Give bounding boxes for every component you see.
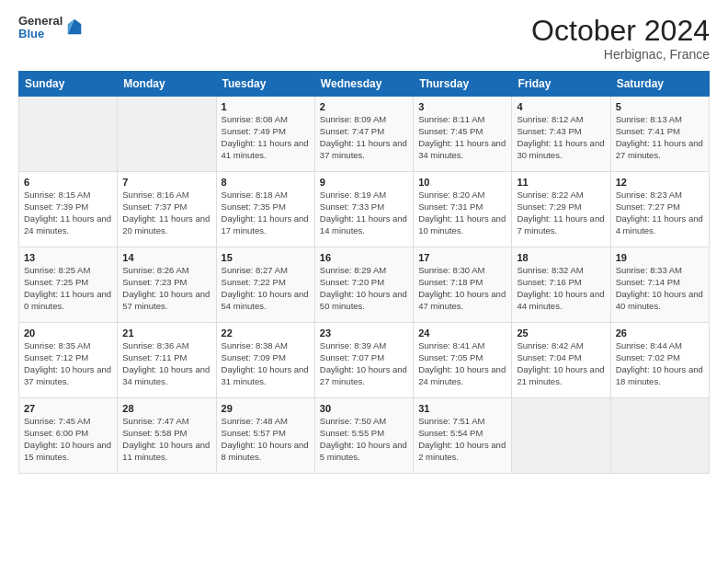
day-detail: Sunrise: 8:36 AMSunset: 7:11 PMDaylight:… bbox=[122, 340, 210, 387]
day-number: 29 bbox=[222, 403, 310, 414]
day-detail: Sunrise: 8:29 AMSunset: 7:20 PMDaylight:… bbox=[320, 265, 408, 312]
day-detail: Sunrise: 7:47 AMSunset: 5:58 PMDaylight:… bbox=[122, 416, 210, 463]
day-cell: 21Sunrise: 8:36 AMSunset: 7:11 PMDayligh… bbox=[118, 323, 216, 398]
day-detail: Sunrise: 8:08 AMSunset: 7:49 PMDaylight:… bbox=[222, 114, 310, 161]
col-header-friday: Friday bbox=[512, 72, 610, 97]
day-cell: 26Sunrise: 8:44 AMSunset: 7:02 PMDayligh… bbox=[610, 323, 709, 398]
day-detail: Sunrise: 8:22 AMSunset: 7:29 PMDaylight:… bbox=[517, 190, 605, 236]
day-detail: Sunrise: 8:09 AMSunset: 7:47 PMDaylight:… bbox=[320, 114, 408, 161]
day-cell: 6Sunrise: 8:15 AMSunset: 7:39 PMDaylight… bbox=[19, 172, 118, 247]
week-row-5: 27Sunrise: 7:45 AMSunset: 6:00 PMDayligh… bbox=[19, 398, 710, 474]
day-number: 25 bbox=[517, 327, 605, 339]
week-row-4: 20Sunrise: 8:35 AMSunset: 7:12 PMDayligh… bbox=[19, 323, 710, 398]
day-cell: 31Sunrise: 7:51 AMSunset: 5:54 PMDayligh… bbox=[414, 398, 512, 474]
day-cell: 27Sunrise: 7:45 AMSunset: 6:00 PMDayligh… bbox=[19, 398, 118, 474]
title-block: October 2024 Herbignac, France bbox=[531, 15, 710, 62]
day-detail: Sunrise: 8:15 AMSunset: 7:39 PMDaylight:… bbox=[24, 190, 112, 236]
header-row: SundayMondayTuesdayWednesdayThursdayFrid… bbox=[19, 72, 710, 97]
location: Herbignac, France bbox=[531, 47, 710, 62]
day-number: 24 bbox=[418, 327, 506, 339]
day-number: 4 bbox=[517, 101, 605, 112]
day-cell: 13Sunrise: 8:25 AMSunset: 7:25 PMDayligh… bbox=[19, 247, 118, 323]
week-row-3: 13Sunrise: 8:25 AMSunset: 7:25 PMDayligh… bbox=[19, 247, 710, 323]
day-detail: Sunrise: 8:39 AMSunset: 7:07 PMDaylight:… bbox=[320, 340, 408, 387]
day-cell: 2Sunrise: 8:09 AMSunset: 7:47 PMDaylight… bbox=[314, 97, 413, 172]
logo-blue: Blue bbox=[18, 28, 63, 40]
day-number: 14 bbox=[122, 252, 210, 263]
calendar-table: SundayMondayTuesdayWednesdayThursdayFrid… bbox=[18, 71, 710, 474]
day-number: 2 bbox=[320, 101, 408, 112]
day-cell: 20Sunrise: 8:35 AMSunset: 7:12 PMDayligh… bbox=[19, 323, 118, 398]
day-detail: Sunrise: 7:51 AMSunset: 5:54 PMDaylight:… bbox=[418, 416, 506, 463]
day-number: 23 bbox=[320, 327, 408, 339]
day-number: 17 bbox=[418, 252, 506, 263]
header: General Blue October 2024 Herbignac, Fra… bbox=[18, 15, 710, 62]
day-detail: Sunrise: 8:44 AMSunset: 7:02 PMDaylight:… bbox=[616, 340, 704, 387]
day-cell: 29Sunrise: 7:48 AMSunset: 5:57 PMDayligh… bbox=[216, 398, 314, 474]
day-detail: Sunrise: 7:45 AMSunset: 6:00 PMDaylight:… bbox=[24, 416, 112, 463]
day-detail: Sunrise: 8:41 AMSunset: 7:05 PMDaylight:… bbox=[418, 340, 506, 387]
day-detail: Sunrise: 8:11 AMSunset: 7:45 PMDaylight:… bbox=[418, 114, 506, 161]
day-cell: 1Sunrise: 8:08 AMSunset: 7:49 PMDaylight… bbox=[216, 97, 314, 172]
day-number: 15 bbox=[222, 252, 310, 263]
day-number: 18 bbox=[517, 252, 605, 263]
day-detail: Sunrise: 7:50 AMSunset: 5:55 PMDaylight:… bbox=[320, 416, 408, 463]
day-cell: 28Sunrise: 7:47 AMSunset: 5:58 PMDayligh… bbox=[118, 398, 216, 474]
day-cell: 19Sunrise: 8:33 AMSunset: 7:14 PMDayligh… bbox=[610, 247, 709, 323]
day-detail: Sunrise: 8:30 AMSunset: 7:18 PMDaylight:… bbox=[418, 265, 506, 312]
day-number: 13 bbox=[24, 252, 112, 263]
day-number: 5 bbox=[616, 101, 704, 112]
day-number: 28 bbox=[122, 403, 210, 414]
day-number: 30 bbox=[320, 403, 408, 414]
day-detail: Sunrise: 8:33 AMSunset: 7:14 PMDaylight:… bbox=[616, 265, 704, 312]
day-cell: 11Sunrise: 8:22 AMSunset: 7:29 PMDayligh… bbox=[512, 172, 610, 247]
day-detail: Sunrise: 8:12 AMSunset: 7:43 PMDaylight:… bbox=[517, 114, 605, 161]
day-cell bbox=[118, 97, 216, 172]
day-detail: Sunrise: 8:13 AMSunset: 7:41 PMDaylight:… bbox=[616, 114, 704, 161]
day-cell: 10Sunrise: 8:20 AMSunset: 7:31 PMDayligh… bbox=[414, 172, 512, 247]
day-number: 8 bbox=[222, 177, 310, 188]
day-number: 7 bbox=[122, 177, 210, 188]
week-row-1: 1Sunrise: 8:08 AMSunset: 7:49 PMDaylight… bbox=[19, 97, 710, 172]
week-row-2: 6Sunrise: 8:15 AMSunset: 7:39 PMDaylight… bbox=[19, 172, 710, 247]
day-detail: Sunrise: 8:16 AMSunset: 7:37 PMDaylight:… bbox=[122, 190, 210, 236]
day-number: 27 bbox=[24, 403, 112, 414]
page: General Blue October 2024 Herbignac, Fra… bbox=[0, 0, 728, 563]
day-cell: 30Sunrise: 7:50 AMSunset: 5:55 PMDayligh… bbox=[314, 398, 413, 474]
day-number: 11 bbox=[517, 177, 605, 188]
day-cell: 3Sunrise: 8:11 AMSunset: 7:45 PMDaylight… bbox=[414, 97, 512, 172]
day-number: 16 bbox=[320, 252, 408, 263]
day-cell bbox=[512, 398, 610, 474]
day-number: 19 bbox=[616, 252, 704, 263]
month-title: October 2024 bbox=[531, 15, 710, 47]
day-cell: 16Sunrise: 8:29 AMSunset: 7:20 PMDayligh… bbox=[314, 247, 413, 323]
day-cell: 18Sunrise: 8:32 AMSunset: 7:16 PMDayligh… bbox=[512, 247, 610, 323]
day-cell: 23Sunrise: 8:39 AMSunset: 7:07 PMDayligh… bbox=[314, 323, 413, 398]
logo-text: General Blue bbox=[18, 15, 63, 41]
col-header-wednesday: Wednesday bbox=[314, 72, 413, 97]
day-detail: Sunrise: 8:25 AMSunset: 7:25 PMDaylight:… bbox=[24, 265, 112, 312]
day-detail: Sunrise: 8:19 AMSunset: 7:33 PMDaylight:… bbox=[320, 190, 408, 236]
day-detail: Sunrise: 8:38 AMSunset: 7:09 PMDaylight:… bbox=[222, 340, 310, 387]
day-cell: 25Sunrise: 8:42 AMSunset: 7:04 PMDayligh… bbox=[512, 323, 610, 398]
day-cell: 7Sunrise: 8:16 AMSunset: 7:37 PMDaylight… bbox=[118, 172, 216, 247]
col-header-thursday: Thursday bbox=[414, 72, 512, 97]
day-number: 31 bbox=[418, 403, 506, 414]
day-number: 20 bbox=[24, 327, 112, 339]
logo: General Blue bbox=[18, 15, 85, 41]
day-cell: 14Sunrise: 8:26 AMSunset: 7:23 PMDayligh… bbox=[118, 247, 216, 323]
day-number: 26 bbox=[616, 327, 704, 339]
day-cell: 4Sunrise: 8:12 AMSunset: 7:43 PMDaylight… bbox=[512, 97, 610, 172]
day-number: 6 bbox=[24, 177, 112, 188]
col-header-saturday: Saturday bbox=[610, 72, 709, 97]
day-detail: Sunrise: 8:18 AMSunset: 7:35 PMDaylight:… bbox=[222, 190, 310, 236]
logo-general: General bbox=[18, 15, 63, 28]
day-cell: 24Sunrise: 8:41 AMSunset: 7:05 PMDayligh… bbox=[414, 323, 512, 398]
day-cell: 15Sunrise: 8:27 AMSunset: 7:22 PMDayligh… bbox=[216, 247, 314, 323]
day-detail: Sunrise: 8:32 AMSunset: 7:16 PMDaylight:… bbox=[517, 265, 605, 312]
logo-icon bbox=[64, 17, 85, 38]
day-detail: Sunrise: 7:48 AMSunset: 5:57 PMDaylight:… bbox=[222, 416, 310, 463]
day-number: 10 bbox=[418, 177, 506, 188]
day-number: 21 bbox=[122, 327, 210, 339]
day-number: 9 bbox=[320, 177, 408, 188]
